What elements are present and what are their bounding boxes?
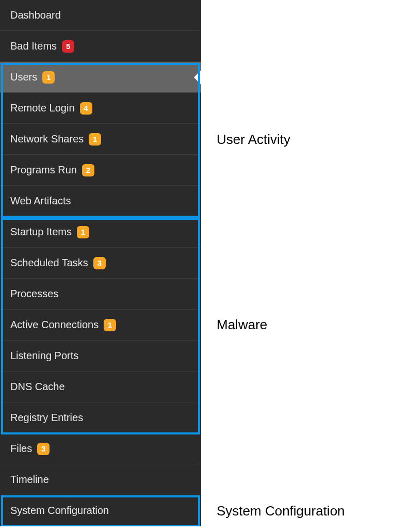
sidebar-item-web-artifacts[interactable]: Web Artifacts	[0, 186, 201, 217]
sidebar-item-dns-cache[interactable]: DNS Cache	[0, 372, 201, 402]
annotation-label-malware: Malware	[217, 317, 267, 333]
count-badge: 1	[77, 226, 89, 238]
sidebar-item-label: Bad Items	[10, 40, 57, 52]
sidebar-item-dashboard[interactable]: Dashboard	[0, 0, 201, 31]
sidebar-item-active-connections[interactable]: Active Connections1	[0, 310, 201, 341]
sidebar-item-label: DNS Cache	[10, 381, 65, 393]
sidebar-item-files[interactable]: Files3	[0, 433, 201, 464]
sidebar-item-label: Processes	[10, 288, 58, 300]
layout-container: DashboardBad Items5Users1Remote Login4Ne…	[0, 0, 393, 526]
sidebar-item-remote-login[interactable]: Remote Login4	[0, 93, 201, 124]
sidebar-item-label: Startup Items	[10, 226, 72, 238]
sidebar-item-label: Programs Run	[10, 164, 77, 176]
count-badge: 2	[82, 164, 94, 176]
sidebar-item-programs-run[interactable]: Programs Run2	[0, 155, 201, 186]
annotation-label-user-activity: User Activity	[217, 132, 290, 148]
sidebar-item-label: Web Artifacts	[10, 195, 71, 207]
sidebar-item-users[interactable]: Users1	[0, 62, 201, 93]
count-badge: 5	[62, 40, 74, 53]
count-badge: 4	[80, 102, 92, 115]
sidebar-item-registry-entries[interactable]: Registry Entries	[0, 402, 201, 433]
count-badge: 1	[42, 71, 55, 84]
sidebar-item-listening-ports[interactable]: Listening Ports	[0, 341, 201, 372]
annotation-label-system-configuration: System Configuration	[217, 503, 345, 519]
sidebar-item-label: Users	[10, 71, 37, 83]
count-badge: 3	[93, 257, 106, 269]
sidebar: DashboardBad Items5Users1Remote Login4Ne…	[0, 0, 201, 526]
count-badge: 1	[104, 319, 116, 331]
count-badge: 3	[37, 443, 50, 455]
sidebar-item-system-configuration[interactable]: System Configuration	[0, 495, 201, 526]
sidebar-item-scheduled-tasks[interactable]: Scheduled Tasks3	[0, 248, 201, 279]
sidebar-item-label: Network Shares	[10, 133, 84, 145]
sidebar-item-startup-items[interactable]: Startup Items1	[0, 217, 201, 248]
sidebar-item-processes[interactable]: Processes	[0, 279, 201, 310]
sidebar-item-label: Timeline	[10, 474, 49, 486]
sidebar-item-label: Files	[10, 443, 32, 455]
sidebar-item-label: Active Connections	[10, 319, 99, 331]
sidebar-item-label: Remote Login	[10, 102, 75, 114]
sidebar-item-bad-items[interactable]: Bad Items5	[0, 31, 201, 62]
sidebar-item-network-shares[interactable]: Network Shares1	[0, 124, 201, 155]
sidebar-item-label: Dashboard	[10, 9, 61, 21]
sidebar-item-timeline[interactable]: Timeline	[0, 464, 201, 495]
count-badge: 1	[89, 133, 101, 146]
sidebar-item-label: System Configuration	[10, 505, 109, 517]
sidebar-item-label: Registry Entries	[10, 412, 83, 424]
sidebar-item-label: Listening Ports	[10, 350, 78, 362]
sidebar-item-label: Scheduled Tasks	[10, 257, 88, 269]
